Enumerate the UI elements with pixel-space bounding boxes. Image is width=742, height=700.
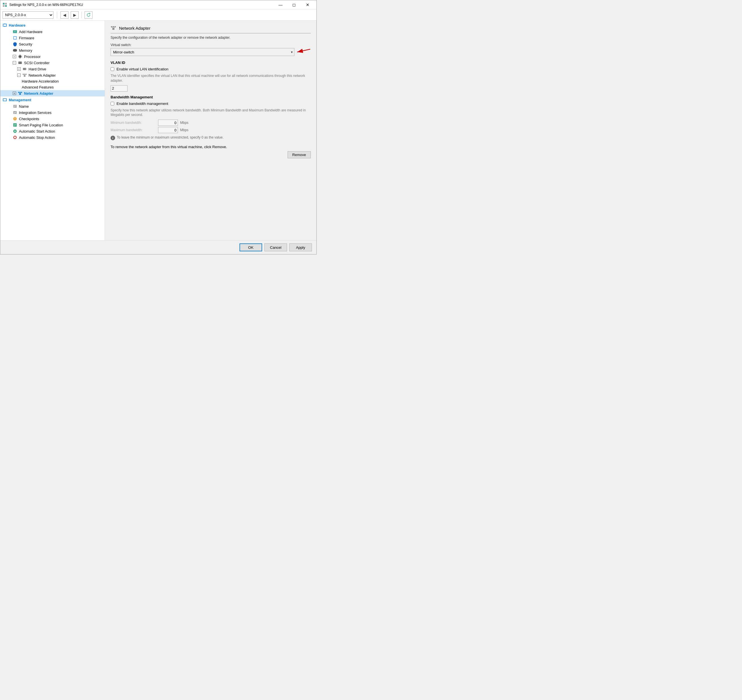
svg-rect-55 <box>111 26 112 27</box>
sidebar-item-hw-accel[interactable]: Hardware Acceleration <box>0 78 105 84</box>
svg-line-37 <box>19 93 20 94</box>
svg-line-30 <box>23 75 25 75</box>
forward-button[interactable]: ▶ <box>71 11 79 19</box>
info-icon: i <box>110 136 115 140</box>
cancel-button[interactable]: Cancel <box>264 243 287 251</box>
name-label: Name <box>19 104 29 109</box>
max-bandwidth-input[interactable] <box>158 127 178 133</box>
svg-rect-26 <box>23 74 24 75</box>
management-section-header: Management <box>0 96 105 103</box>
window-controls: — ◻ ✕ <box>274 1 314 9</box>
svg-rect-14 <box>19 58 20 59</box>
network-sub-expand-icon[interactable]: − <box>17 74 21 77</box>
sidebar-item-checkpoints[interactable]: Checkpoints <box>0 116 105 122</box>
hard-drive-label: Hard Drive <box>29 67 46 71</box>
virtual-switch-select[interactable]: Mirror-switchDefault SwitchNot connected <box>110 48 294 56</box>
svg-rect-9 <box>13 49 16 50</box>
svg-rect-8 <box>13 50 17 51</box>
sidebar-item-integration[interactable]: Integration Services <box>0 109 105 116</box>
svg-rect-18 <box>21 56 22 56</box>
ok-button[interactable]: OK <box>240 243 262 251</box>
harddrive-expand-icon[interactable]: + <box>17 67 21 71</box>
vlan-input[interactable] <box>110 85 128 91</box>
minimize-button[interactable]: — <box>274 1 287 9</box>
advanced-features-label: Advanced Features <box>22 85 54 89</box>
add-hardware-label: Add Hardware <box>19 30 43 34</box>
svg-rect-35 <box>19 92 21 93</box>
sidebar-item-network-sub[interactable]: − Network Adapter <box>0 72 105 78</box>
network-main-expand-icon[interactable]: + <box>13 91 16 95</box>
svg-rect-39 <box>13 105 17 108</box>
integration-label: Integration Services <box>19 110 52 115</box>
auto-start-label: Automatic Start Action <box>19 129 55 134</box>
smart-paging-label: Smart Paging File Location <box>19 123 63 127</box>
svg-rect-57 <box>113 26 114 27</box>
processor-expand-icon[interactable]: + <box>13 55 16 58</box>
svg-rect-11 <box>19 56 21 58</box>
panel-description: Specify the configuration of the network… <box>110 35 311 40</box>
sidebar-item-scsi[interactable]: − SCSI Controller <box>0 60 105 66</box>
svg-rect-28 <box>24 74 25 75</box>
svg-rect-19 <box>21 57 22 57</box>
firmware-label: Firmware <box>19 36 34 40</box>
back-button[interactable]: ◀ <box>60 11 68 19</box>
svg-rect-0 <box>3 3 4 4</box>
content-area: Hardware + Add Hardware Firmware <box>0 21 317 240</box>
svg-rect-48 <box>14 125 16 125</box>
vm-dropdown[interactable]: NPS_2.0.0-x <box>3 11 53 19</box>
min-bandwidth-row: Minimum bandwidth: Mbps <box>110 119 311 126</box>
vlan-checkbox[interactable] <box>110 67 114 71</box>
sidebar-item-firmware[interactable]: Firmware <box>0 35 105 41</box>
svg-rect-33 <box>18 92 19 93</box>
bandwidth-section: Bandwidth Management Enable bandwidth ma… <box>110 95 311 141</box>
svg-rect-56 <box>115 26 116 27</box>
sidebar-item-processor[interactable]: + Processor <box>0 53 105 60</box>
title-bar: Settings for NPS_2.0.0-x on WIN-66PA1PE1… <box>0 0 317 9</box>
sidebar-item-auto-stop[interactable]: Automatic Stop Action <box>0 134 105 141</box>
restore-button[interactable]: ◻ <box>288 1 300 9</box>
sidebar-item-security[interactable]: Security <box>0 41 105 47</box>
remove-button[interactable]: Remove <box>288 151 311 158</box>
sidebar-item-add-hardware[interactable]: + Add Hardware <box>0 29 105 35</box>
sidebar-item-advanced-features[interactable]: Advanced Features <box>0 84 105 90</box>
main-window: Settings for NPS_2.0.0-x on WIN-66PA1PE1… <box>0 0 317 254</box>
refresh-button[interactable] <box>85 11 93 19</box>
remove-text: To remove the network adapter from this … <box>110 145 311 149</box>
svg-rect-27 <box>25 74 26 75</box>
virtual-switch-row: Mirror-switchDefault SwitchNot connected… <box>110 48 311 56</box>
sidebar-item-auto-start[interactable]: Automatic Start Action <box>0 128 105 134</box>
svg-rect-17 <box>18 57 19 57</box>
bandwidth-checkbox[interactable] <box>110 102 114 106</box>
memory-label: Memory <box>19 49 32 53</box>
bandwidth-info-text: To leave the minimum or maximum unrestri… <box>117 135 224 140</box>
svg-line-38 <box>20 93 22 94</box>
sidebar: Hardware + Add Hardware Firmware <box>0 21 105 240</box>
sidebar-item-network-main[interactable]: + Network Adapter <box>0 90 105 96</box>
red-arrow-annotation <box>294 46 311 58</box>
svg-rect-7 <box>14 37 16 39</box>
vlan-checkbox-label: Enable virtual LAN identification <box>116 67 169 71</box>
sidebar-item-smart-paging[interactable]: Smart Paging File Location <box>0 122 105 128</box>
vlan-section: VLAN ID Enable virtual LAN identificatio… <box>110 60 311 91</box>
sidebar-item-memory[interactable]: Memory <box>0 47 105 53</box>
scsi-label: SCSI Controller <box>24 61 50 65</box>
sidebar-item-name[interactable]: Name <box>0 103 105 109</box>
scsi-expand-icon[interactable]: − <box>13 61 16 65</box>
svg-rect-49 <box>14 126 15 126</box>
main-panel: Network Adapter Specify the configuratio… <box>105 21 317 240</box>
sidebar-item-hard-drive[interactable]: + Hard Drive <box>0 66 105 72</box>
red-arrow-container <box>297 48 311 56</box>
checkpoints-label: Checkpoints <box>19 117 39 121</box>
apply-button[interactable]: Apply <box>289 243 312 251</box>
svg-line-60 <box>113 27 115 29</box>
close-button[interactable]: ✕ <box>301 1 314 9</box>
panel-icon <box>110 25 116 31</box>
svg-rect-12 <box>19 54 20 56</box>
svg-point-24 <box>25 69 26 69</box>
svg-rect-10 <box>13 51 16 52</box>
remove-section: To remove the network adapter from this … <box>110 145 311 149</box>
svg-rect-54 <box>112 28 115 30</box>
svg-rect-53 <box>14 137 16 138</box>
min-bandwidth-input[interactable] <box>158 119 178 126</box>
svg-line-31 <box>25 75 26 75</box>
